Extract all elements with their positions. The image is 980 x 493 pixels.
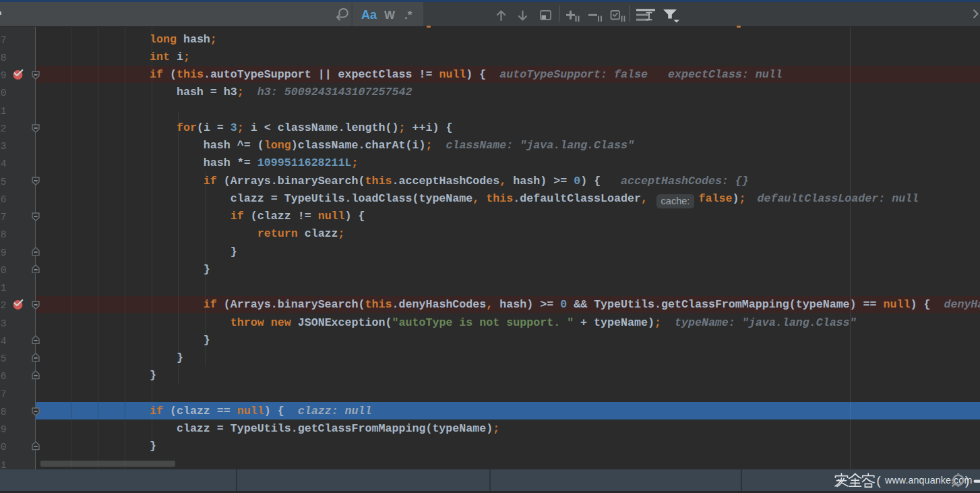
svg-text:Aa: Aa	[361, 8, 377, 22]
svg-text:): )	[965, 474, 969, 488]
svg-text:.*: .*	[404, 9, 412, 22]
svg-text:(: (	[877, 474, 881, 488]
svg-text:W: W	[384, 9, 396, 22]
